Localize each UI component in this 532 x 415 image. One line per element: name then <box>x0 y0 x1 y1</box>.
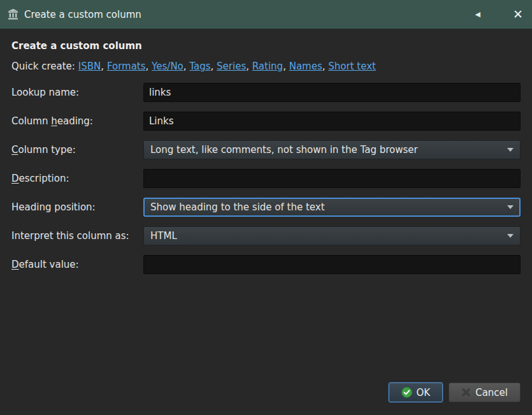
cancel-x-icon <box>461 388 471 397</box>
dialog-button-row: OK Cancel <box>11 382 521 402</box>
link-separator: , <box>146 61 152 72</box>
quick-create-link-yesno[interactable]: Yes/No <box>152 61 183 72</box>
chevron-down-icon <box>507 234 514 238</box>
chevron-down-icon <box>507 205 514 209</box>
titlebar[interactable]: Create a custom column ◀ ✕ <box>0 0 532 29</box>
form-row-description: Description: <box>11 169 521 188</box>
lookup-name-input[interactable] <box>143 83 521 102</box>
ok-check-icon <box>401 387 412 398</box>
dialog-heading: Create a custom column <box>11 40 521 52</box>
interpret-column-select[interactable]: HTML <box>143 226 521 245</box>
link-separator: , <box>246 61 252 72</box>
create-custom-column-dialog: Create a custom column ◀ ✕ Create a cust… <box>0 0 532 415</box>
column-type-label: Column type: <box>11 144 143 156</box>
column-heading-input[interactable] <box>143 112 521 131</box>
ok-button[interactable]: OK <box>389 382 443 402</box>
cancel-button[interactable]: Cancel <box>449 382 521 402</box>
form-row-heading-position: Heading position: Show heading to the si… <box>11 198 521 217</box>
dialog-body: Create a custom column Quick create:ISBN… <box>0 29 532 415</box>
quick-create-link-rating[interactable]: Rating <box>252 61 283 72</box>
form-row-default-value: Default value: <box>11 255 521 274</box>
quick-create-link-names[interactable]: Names <box>289 61 322 72</box>
link-separator: , <box>322 61 329 72</box>
quick-create-link-isbn[interactable]: ISBN <box>78 61 101 72</box>
heading-position-value: Show heading to the side of the text <box>150 201 501 213</box>
description-label: Description: <box>11 173 143 184</box>
interpret-column-label: Interpret this column as: <box>11 230 143 242</box>
window-title: Create a custom column <box>24 9 470 20</box>
default-value-label: Default value: <box>11 259 143 270</box>
column-type-select[interactable]: Long text, like comments, not shown in t… <box>143 140 521 159</box>
link-separator: , <box>101 61 107 72</box>
form-row-column-type: Column type: Long text, like comments, n… <box>11 140 521 159</box>
description-input[interactable] <box>143 169 521 188</box>
link-separator: , <box>283 61 289 72</box>
quick-create-link-formats[interactable]: Formats <box>107 61 146 72</box>
form-row-column-heading: Column heading: <box>11 112 521 131</box>
ok-button-label: OK <box>417 387 431 398</box>
link-separator: , <box>183 61 190 72</box>
heading-position-select[interactable]: Show heading to the side of the text <box>143 198 521 217</box>
form-row-interpret-column: Interpret this column as: HTML <box>11 226 521 245</box>
form-row-lookup-name: Lookup name: <box>11 83 521 102</box>
column-heading-label: Column heading: <box>11 115 143 127</box>
heading-position-label: Heading position: <box>11 201 143 213</box>
cancel-button-label: Cancel <box>475 387 508 398</box>
quick-create-link-short-text[interactable]: Short text <box>328 61 376 72</box>
interpret-column-value: HTML <box>150 230 501 242</box>
quick-create-label: Quick create: <box>11 61 75 72</box>
calibre-column-icon <box>8 9 18 20</box>
lookup-name-label: Lookup name: <box>11 87 143 98</box>
column-type-value: Long text, like comments, not shown in t… <box>150 144 501 156</box>
default-value-input[interactable] <box>143 255 521 274</box>
titlebar-collapse-arrow-icon[interactable]: ◀ <box>475 10 480 18</box>
quick-create-link-series[interactable]: Series <box>217 61 246 72</box>
quick-create-row: Quick create:ISBN, Formats, Yes/No, Tags… <box>11 60 521 73</box>
close-icon[interactable]: ✕ <box>513 8 523 20</box>
chevron-down-icon <box>507 148 514 152</box>
link-separator: , <box>211 61 217 72</box>
quick-create-link-tags[interactable]: Tags <box>189 61 210 72</box>
